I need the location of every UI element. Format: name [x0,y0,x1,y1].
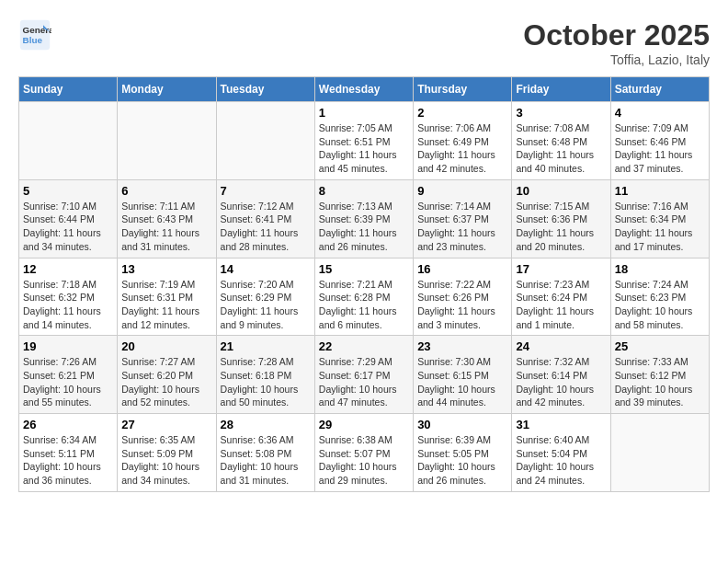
calendar-cell: 13Sunrise: 7:19 AM Sunset: 6:31 PM Dayli… [118,258,216,336]
weekday-header-monday: Monday [118,77,216,102]
calendar-cell: 28Sunrise: 6:36 AM Sunset: 5:08 PM Dayli… [216,414,314,492]
calendar-cell: 27Sunrise: 6:35 AM Sunset: 5:09 PM Dayli… [118,414,216,492]
day-number: 22 [319,339,409,353]
day-number: 29 [319,418,409,431]
calendar-cell: 31Sunrise: 6:40 AM Sunset: 5:04 PM Dayli… [512,414,610,492]
day-number: 12 [23,262,113,276]
day-info: Sunrise: 7:19 AM Sunset: 6:31 PM Dayligh… [121,278,211,332]
weekday-header-wednesday: Wednesday [314,77,413,102]
title-block: October 2025 Toffia, Lazio, Italy [523,18,710,67]
day-info: Sunrise: 7:13 AM Sunset: 6:39 PM Dayligh… [319,200,409,254]
day-info: Sunrise: 7:28 AM Sunset: 6:18 PM Dayligh… [221,355,311,409]
calendar-cell: 21Sunrise: 7:28 AM Sunset: 6:18 PM Dayli… [216,336,314,414]
weekday-header-thursday: Thursday [414,77,512,102]
day-number: 24 [516,339,606,353]
weekday-header-tuesday: Tuesday [216,77,314,102]
calendar-cell [610,414,709,492]
day-info: Sunrise: 7:22 AM Sunset: 6:26 PM Dayligh… [417,278,507,332]
day-info: Sunrise: 7:30 AM Sunset: 6:15 PM Dayligh… [417,355,507,409]
day-number: 20 [121,339,211,353]
day-number: 13 [121,262,211,276]
calendar-cell: 11Sunrise: 7:16 AM Sunset: 6:34 PM Dayli… [610,179,709,258]
calendar-cell: 26Sunrise: 6:34 AM Sunset: 5:11 PM Dayli… [19,414,118,492]
day-number: 10 [516,184,606,198]
calendar-week-1: 1Sunrise: 7:05 AM Sunset: 6:51 PM Daylig… [19,102,710,180]
day-info: Sunrise: 7:27 AM Sunset: 6:20 PM Dayligh… [121,355,211,409]
day-info: Sunrise: 6:39 AM Sunset: 5:05 PM Dayligh… [417,433,507,488]
day-info: Sunrise: 7:32 AM Sunset: 6:14 PM Dayligh… [516,355,606,409]
calendar-cell: 8Sunrise: 7:13 AM Sunset: 6:39 PM Daylig… [314,179,413,258]
day-info: Sunrise: 7:24 AM Sunset: 6:23 PM Dayligh… [615,278,705,332]
day-info: Sunrise: 7:11 AM Sunset: 6:43 PM Dayligh… [121,200,211,254]
day-info: Sunrise: 7:09 AM Sunset: 6:46 PM Dayligh… [615,121,705,176]
calendar-week-5: 26Sunrise: 6:34 AM Sunset: 5:11 PM Dayli… [19,414,710,492]
calendar-cell: 25Sunrise: 7:33 AM Sunset: 6:12 PM Dayli… [610,336,709,414]
day-info: Sunrise: 7:26 AM Sunset: 6:21 PM Dayligh… [23,355,113,409]
day-info: Sunrise: 7:06 AM Sunset: 6:49 PM Dayligh… [417,121,507,176]
calendar-cell: 16Sunrise: 7:22 AM Sunset: 6:26 PM Dayli… [414,258,512,336]
calendar-cell: 4Sunrise: 7:09 AM Sunset: 6:46 PM Daylig… [610,102,709,180]
day-number: 18 [615,262,705,276]
day-info: Sunrise: 7:20 AM Sunset: 6:29 PM Dayligh… [221,278,311,332]
weekday-header-saturday: Saturday [610,77,709,102]
location: Toffia, Lazio, Italy [523,52,710,67]
logo-icon: General Blue [18,18,51,52]
day-number: 21 [221,339,311,353]
calendar-cell: 1Sunrise: 7:05 AM Sunset: 6:51 PM Daylig… [314,102,413,180]
day-info: Sunrise: 7:15 AM Sunset: 6:36 PM Dayligh… [516,200,606,254]
calendar-cell: 29Sunrise: 6:38 AM Sunset: 5:07 PM Dayli… [314,414,413,492]
calendar-cell: 24Sunrise: 7:32 AM Sunset: 6:14 PM Dayli… [512,336,610,414]
day-info: Sunrise: 6:34 AM Sunset: 5:11 PM Dayligh… [23,433,113,488]
calendar-cell: 17Sunrise: 7:23 AM Sunset: 6:24 PM Dayli… [512,258,610,336]
day-number: 27 [121,418,211,431]
day-info: Sunrise: 7:21 AM Sunset: 6:28 PM Dayligh… [319,278,409,332]
day-number: 3 [516,106,606,120]
weekday-header-friday: Friday [512,77,610,102]
day-info: Sunrise: 7:08 AM Sunset: 6:48 PM Dayligh… [516,121,606,176]
day-info: Sunrise: 7:10 AM Sunset: 6:44 PM Dayligh… [23,200,113,254]
calendar-cell: 19Sunrise: 7:26 AM Sunset: 6:21 PM Dayli… [19,336,118,414]
day-info: Sunrise: 7:23 AM Sunset: 6:24 PM Dayligh… [516,278,606,332]
weekday-header-row: SundayMondayTuesdayWednesdayThursdayFrid… [19,77,710,102]
day-number: 30 [417,418,507,431]
day-number: 25 [615,339,705,353]
day-number: 9 [417,184,507,198]
calendar-cell: 20Sunrise: 7:27 AM Sunset: 6:20 PM Dayli… [118,336,216,414]
day-info: Sunrise: 7:33 AM Sunset: 6:12 PM Dayligh… [615,355,705,409]
calendar-cell [118,102,216,180]
calendar-cell: 14Sunrise: 7:20 AM Sunset: 6:29 PM Dayli… [216,258,314,336]
day-info: Sunrise: 6:36 AM Sunset: 5:08 PM Dayligh… [221,433,311,488]
calendar-cell [216,102,314,180]
calendar-week-2: 5Sunrise: 7:10 AM Sunset: 6:44 PM Daylig… [19,179,710,258]
day-number: 6 [121,184,211,198]
calendar-cell: 6Sunrise: 7:11 AM Sunset: 6:43 PM Daylig… [118,179,216,258]
day-info: Sunrise: 7:18 AM Sunset: 6:32 PM Dayligh… [23,278,113,332]
calendar-cell: 30Sunrise: 6:39 AM Sunset: 5:05 PM Dayli… [414,414,512,492]
day-info: Sunrise: 7:16 AM Sunset: 6:34 PM Dayligh… [615,200,705,254]
day-number: 26 [23,418,113,431]
day-number: 15 [319,262,409,276]
calendar-cell: 23Sunrise: 7:30 AM Sunset: 6:15 PM Dayli… [414,336,512,414]
weekday-header-sunday: Sunday [19,77,118,102]
logo: General Blue General Blue [18,18,51,52]
day-number: 17 [516,262,606,276]
calendar-cell: 22Sunrise: 7:29 AM Sunset: 6:17 PM Dayli… [314,336,413,414]
calendar-cell [19,102,118,180]
page-header: General Blue General Blue October 2025 T… [18,18,710,67]
calendar-cell: 5Sunrise: 7:10 AM Sunset: 6:44 PM Daylig… [19,179,118,258]
day-info: Sunrise: 6:35 AM Sunset: 5:09 PM Dayligh… [121,433,211,488]
day-number: 2 [417,106,507,120]
calendar-cell: 9Sunrise: 7:14 AM Sunset: 6:37 PM Daylig… [414,179,512,258]
day-number: 4 [615,106,705,120]
day-number: 19 [23,339,113,353]
day-info: Sunrise: 6:38 AM Sunset: 5:07 PM Dayligh… [319,433,409,488]
calendar-cell: 12Sunrise: 7:18 AM Sunset: 6:32 PM Dayli… [19,258,118,336]
calendar-cell: 15Sunrise: 7:21 AM Sunset: 6:28 PM Dayli… [314,258,413,336]
day-number: 1 [319,106,409,120]
day-number: 31 [516,418,606,431]
calendar-week-4: 19Sunrise: 7:26 AM Sunset: 6:21 PM Dayli… [19,336,710,414]
day-number: 8 [319,184,409,198]
day-info: Sunrise: 7:29 AM Sunset: 6:17 PM Dayligh… [319,355,409,409]
calendar-cell: 10Sunrise: 7:15 AM Sunset: 6:36 PM Dayli… [512,179,610,258]
month-title: October 2025 [523,18,710,52]
